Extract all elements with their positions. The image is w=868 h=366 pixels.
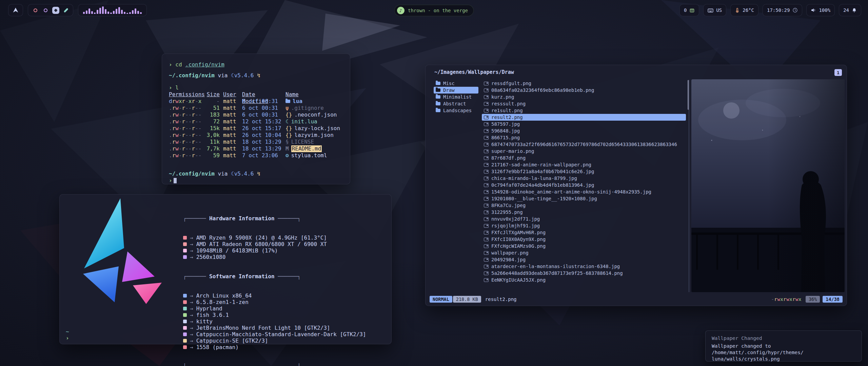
file-item[interactable]: 20492984.jpg — [482, 256, 686, 263]
prompt-symbol: › — [66, 335, 69, 341]
clock-widget[interactable]: 17:50:29 — [763, 4, 802, 16]
sidebar-item-misc[interactable]: Misc — [434, 80, 478, 87]
file-item[interactable]: re1sult.png — [482, 107, 686, 114]
breadcrumb-path: ~/Imagenes/Wallpapers/Draw — [434, 69, 514, 75]
file-item[interactable]: 154928-odinokoe_anime-art-anime-okno-sin… — [482, 188, 686, 195]
keyboard-layout-widget[interactable]: US — [703, 4, 726, 16]
file-item[interactable]: kurz.png — [482, 94, 686, 100]
file-item[interactable]: 596848.jpg — [482, 127, 686, 134]
file-name: lazyvim.json — [294, 132, 334, 139]
file-item[interactable]: 0c794faf07de24a4db4d4fb1eb813964.jpg — [482, 182, 686, 188]
notification-popup[interactable]: Wallpaper Changed Wallpaper changed to /… — [705, 330, 862, 362]
file-item[interactable]: nnvuv0xj2df71.jpg — [482, 216, 686, 222]
file-item[interactable]: chica-mirando-la-luna-8799.jpg — [482, 175, 686, 182]
sidebar-item-draw[interactable]: Draw — [434, 87, 478, 94]
cava-bar — [135, 8, 136, 14]
scroll-percent-badge: 36% — [806, 296, 820, 303]
sidebar-item-abstract[interactable]: Abstract — [434, 100, 478, 107]
info-icon — [183, 326, 187, 330]
launcher-button[interactable] — [8, 4, 23, 16]
file-item[interactable]: 3126f7e9bbf21a8a4af0b67b041c6e26.jpg — [482, 168, 686, 175]
markdown-icon: M — [285, 145, 289, 152]
file-item[interactable]: wallpaper.png — [482, 249, 686, 256]
cava-bar — [132, 10, 134, 14]
folder-icon — [436, 88, 440, 92]
file-item[interactable]: resssult.png — [482, 100, 686, 107]
file-item[interactable]: EeNKYgIUcAAJ5JX.png — [482, 277, 686, 283]
image-file-icon — [484, 163, 489, 167]
file-name: wallpaper.png — [491, 250, 529, 256]
sidebar-item-landscapes[interactable]: Landscapes — [434, 107, 478, 114]
image-file-icon — [484, 271, 489, 275]
terminal-window[interactable]: › cd .config/nvim ~/.config/nvim via ☾v5… — [162, 54, 350, 184]
file-item[interactable]: 587597.jpg — [482, 121, 686, 127]
file-item[interactable]: 3122955.png — [482, 209, 686, 216]
file-item[interactable]: 87r687df.png — [482, 155, 686, 161]
image-file-icon — [484, 258, 489, 262]
size-cell: 15k — [206, 125, 220, 132]
file-row: .rw-r--r--72matt12 oct 15:32☾init.lua — [169, 118, 343, 125]
temperature-widget[interactable]: 26°C — [730, 4, 758, 16]
cava-bar — [102, 6, 104, 14]
date-cell: 18 oct 13:29 — [242, 139, 282, 145]
volume-widget[interactable]: 100% — [806, 4, 835, 16]
size-cell: 59 — [206, 152, 220, 159]
file-item[interactable]: 19201080-__blue-tinge__-1920×1080.jpg — [482, 195, 686, 202]
folder-name: Draw — [443, 87, 455, 93]
file-item[interactable]: ressdfgult.png — [482, 80, 686, 87]
permissions-cell: .rw-r--r-- — [169, 152, 203, 159]
media-player-widget[interactable]: ♪ thrown - on the verge — [394, 5, 474, 16]
file-item[interactable]: 08a634fa02a32364f69ebc86a98eb1eb.png — [482, 87, 686, 94]
file-item[interactable]: FXfcJlTXgAMvH6R.png — [482, 229, 686, 236]
file-manager-window[interactable]: ~/Imagenes/Wallpapers/Draw 1 MiscDrawMin… — [425, 65, 847, 306]
size-cell: 51 — [206, 105, 220, 111]
file-item[interactable]: result2.png — [482, 114, 686, 121]
tab-badge[interactable]: 1 — [834, 69, 842, 76]
cava-bar — [110, 13, 112, 14]
software-section-header: ┌────── Software Information ──────┐ — [183, 273, 366, 280]
cava-bar — [116, 9, 117, 14]
notifications-widget[interactable]: 24 — [839, 4, 861, 16]
desktop: ♪ thrown - on the verge 0 US 26°C — [0, 0, 868, 366]
file-item[interactable]: FXfcHgcWIAMzs0G.png — [482, 243, 686, 249]
file-name: FXfcHgcWIAMzs0G.png — [491, 243, 546, 249]
info-icon — [183, 313, 187, 317]
image-file-icon — [484, 183, 489, 187]
size-cell: 11k — [206, 139, 220, 145]
file-item[interactable]: 5a266e448add93deab367d87173e9f25-6837886… — [482, 270, 686, 277]
fetch-terminal-window[interactable]: ┌────── Hardware Information ──────┐ →AM… — [59, 194, 392, 344]
image-preview-pane — [691, 79, 845, 292]
file-item[interactable]: 217167-sad-anime-rain-wallpaper.png — [482, 161, 686, 168]
file-name: .gitignore — [291, 105, 324, 111]
file-name: resssult.png — [491, 101, 526, 106]
date-cell: 7 oct 23:06 — [242, 152, 282, 159]
info-line: →868x366 — [183, 254, 366, 260]
workspace-3[interactable] — [52, 6, 59, 14]
file-item[interactable]: rsjqojlmjhf91.jpg — [482, 222, 686, 229]
info-icon — [183, 249, 187, 252]
file-item[interactable]: atardecer-en-la-montanas-ilustracion-634… — [482, 263, 686, 270]
user-cell: matt — [223, 139, 239, 145]
file-item[interactable]: 68747470733a2f2f696d616765732d7769786d70… — [482, 141, 686, 148]
workspace-4[interactable] — [62, 6, 70, 14]
image-file-icon — [484, 109, 489, 113]
file-item[interactable]: 866715.png — [482, 134, 686, 141]
file-name: 3122955.png — [491, 209, 523, 215]
notification-count: 24 — [843, 7, 849, 13]
permissions-cell: .rw-r--r-- — [169, 139, 203, 145]
image-file-icon — [484, 265, 489, 268]
file-row: .rw-r--r--51matt 6 oct 00:31ψ.gitignore — [169, 105, 343, 111]
file-item[interactable]: FXfcII0X0AQyn9X.png — [482, 236, 686, 243]
file-item[interactable]: super-mario.png — [482, 148, 686, 155]
clock-time: 17:50:29 — [767, 7, 790, 13]
file-item[interactable]: 8FKa7Cu.jpeg — [482, 202, 686, 209]
sidebar-item-minimalist[interactable]: Minimalist — [434, 94, 478, 100]
workspace-1[interactable] — [32, 6, 39, 14]
image-file-icon — [484, 143, 489, 146]
workspace-2[interactable] — [42, 6, 49, 14]
workspace-ring-icon — [34, 8, 37, 12]
permissions-cell: .rw-r--r-- — [169, 105, 203, 111]
file-name: 866715.png — [491, 135, 520, 140]
cava-bar — [86, 11, 87, 14]
updates-widget[interactable]: 0 — [679, 4, 699, 16]
